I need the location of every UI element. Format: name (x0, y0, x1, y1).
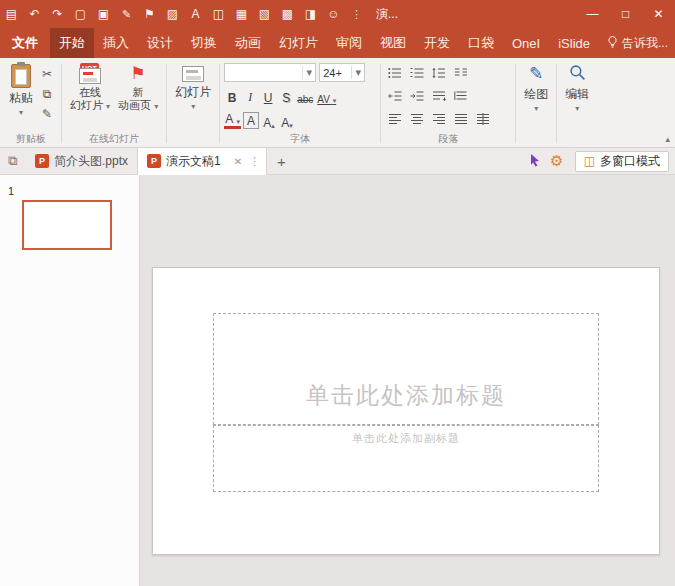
justify-button[interactable] (451, 110, 471, 128)
slide-thumbnail[interactable] (22, 200, 112, 250)
flag-icon: ⚑ (130, 64, 145, 84)
save-icon[interactable]: ▤ (0, 0, 23, 28)
quick-access-toolbar: ▤ ↶ ↷ ▢ ▣ ✎ ⚑ ▨ A ◫ ▦ ▧ ▩ ◨ ☺ ⋮ (0, 0, 368, 28)
tab-animation[interactable]: 动画 (226, 28, 270, 58)
account-icon[interactable]: ☺ (322, 0, 345, 28)
edit-button[interactable]: 编辑 ▾ (561, 60, 593, 113)
multi-window-button[interactable]: ◫ 多窗口模式 (575, 151, 669, 172)
chevron-down-icon: ▾ (351, 66, 364, 79)
slide-editor[interactable]: 单击此处添加标题 单击此处添加副标题 (152, 267, 660, 555)
outdent-button[interactable] (385, 87, 405, 105)
draw-button[interactable]: ✎ 绘图 ▾ (520, 60, 552, 113)
character-spacing-button[interactable]: AV ▾ (316, 86, 337, 105)
tab-view[interactable]: 视图 (371, 28, 415, 58)
columns-button[interactable] (451, 64, 471, 82)
paragraph-group-label: 段落 (385, 132, 511, 147)
font-name-select[interactable]: ▾ (224, 63, 316, 82)
increase-font-button[interactable]: A▴ (261, 111, 277, 130)
pointer-tool-icon[interactable] (525, 153, 545, 170)
bold-button[interactable]: B (224, 86, 240, 105)
doc-tab-label: 简介头图.pptx (54, 153, 128, 170)
indent-button[interactable] (407, 87, 427, 105)
align-center-button[interactable] (407, 110, 427, 128)
bullets-icon (388, 67, 402, 79)
strikethrough-button[interactable]: abc (296, 86, 314, 105)
undo-icon[interactable]: ↶ (23, 0, 46, 28)
italic-button[interactable]: I (242, 86, 258, 105)
slide-thumbnails-panel[interactable]: 1 (0, 175, 140, 586)
flag-icon[interactable]: ⚑ (138, 0, 161, 28)
tab-transitions[interactable]: 切换 (182, 28, 226, 58)
new-animation-page-button[interactable]: ⚑ 新动画页 ▾ (114, 60, 162, 112)
distribute-button[interactable] (473, 110, 493, 128)
cut-button[interactable]: ✂ (37, 64, 57, 84)
underline-button[interactable]: U (260, 86, 276, 105)
layout-icon[interactable]: ▩ (276, 0, 299, 28)
font-color-button[interactable]: A ▾ (224, 112, 241, 129)
numbering-button[interactable] (407, 64, 427, 82)
copy-button[interactable]: ⧉ (37, 84, 57, 104)
bullets-button[interactable] (385, 64, 405, 82)
tellme-box[interactable]: 告诉我... (599, 28, 675, 58)
tab-review[interactable]: 审阅 (327, 28, 371, 58)
chart-icon[interactable]: ▧ (253, 0, 276, 28)
ribbon-tab-bar: 文件 开始 插入 设计 切换 动画 幻灯片 审阅 视图 开发 口袋 OneI i… (0, 28, 675, 58)
character-border-button[interactable]: A (243, 112, 259, 129)
new-tab-button[interactable]: + (267, 153, 296, 170)
doc-tab-current[interactable]: P 演示文稿1 ✕ ⋮ (137, 148, 267, 175)
format-painter-button[interactable]: ✎ (37, 104, 57, 124)
subtitle-placeholder-text: 单击此处添加副标题 (352, 431, 460, 446)
font-size-select[interactable]: 24+ ▾ (319, 63, 365, 82)
minimize-button[interactable]: — (576, 0, 609, 28)
slide-icon (182, 66, 204, 82)
redo-icon[interactable]: ↷ (46, 0, 69, 28)
paste-button[interactable]: 粘贴 ▾ (5, 60, 37, 117)
collapse-ribbon-button[interactable]: ▴ (665, 134, 670, 144)
align-right-button[interactable] (429, 110, 449, 128)
new-doc-icon[interactable]: ▢ (69, 0, 92, 28)
settings-gear-icon[interactable]: ⚙ (545, 152, 569, 170)
online-slides-group: HOT 在线幻灯片 ▾ ⚑ 新动画页 ▾ 在线幻灯片 (63, 60, 165, 147)
align-left-button[interactable] (385, 110, 405, 128)
line-spacing-button[interactable] (429, 64, 449, 82)
tab-islide[interactable]: iSlide (549, 28, 599, 58)
outdent-icon (388, 90, 402, 102)
distribute-icon (476, 113, 490, 125)
fill-color-icon[interactable]: ▨ (161, 0, 184, 28)
title-placeholder[interactable]: 单击此处添加标题 (213, 313, 599, 425)
shape-icon[interactable]: ◫ (207, 0, 230, 28)
tab-home[interactable]: 开始 (50, 28, 94, 58)
new-slide-button[interactable]: 幻灯片 ▾ (171, 60, 215, 111)
dropdown-arrow-icon: ▾ (106, 102, 110, 111)
picture-icon[interactable]: ◨ (299, 0, 322, 28)
tab-developer[interactable]: 开发 (415, 28, 459, 58)
edit-pen-icon[interactable]: ✎ (115, 0, 138, 28)
align-text-button[interactable] (451, 87, 471, 105)
online-slides-button[interactable]: HOT 在线幻灯片 ▾ (66, 60, 114, 112)
close-tab-icon[interactable]: ✕ (234, 156, 242, 167)
print-icon[interactable]: ▣ (92, 0, 115, 28)
window-switch-icon[interactable]: ⧉ (0, 153, 26, 169)
more-icon[interactable]: ⋮ (345, 0, 368, 28)
align-right-icon (432, 113, 446, 125)
maximize-button[interactable]: □ (609, 0, 642, 28)
window-controls: — □ ✕ (576, 0, 675, 28)
tab-file[interactable]: 文件 (0, 28, 50, 58)
table-icon[interactable]: ▦ (230, 0, 253, 28)
tab-insert[interactable]: 插入 (94, 28, 138, 58)
text-shadow-button[interactable]: S (278, 86, 294, 105)
close-button[interactable]: ✕ (642, 0, 675, 28)
tab-design[interactable]: 设计 (138, 28, 182, 58)
clipboard-group-label: 剪贴板 (5, 132, 57, 147)
text-direction-button[interactable] (429, 87, 449, 105)
online-slide-icon (79, 68, 101, 84)
indent-icon (410, 90, 424, 102)
doc-tab-intro[interactable]: P 简介头图.pptx (26, 148, 137, 175)
tab-menu-icon[interactable]: ⋮ (249, 155, 260, 168)
font-color-icon[interactable]: A (184, 0, 207, 28)
tab-slideshow[interactable]: 幻灯片 (270, 28, 327, 58)
decrease-font-button[interactable]: A▾ (279, 111, 295, 130)
tab-pocket[interactable]: 口袋 (459, 28, 503, 58)
tab-onekey[interactable]: OneI (503, 28, 549, 58)
subtitle-placeholder[interactable]: 单击此处添加副标题 (213, 425, 599, 492)
